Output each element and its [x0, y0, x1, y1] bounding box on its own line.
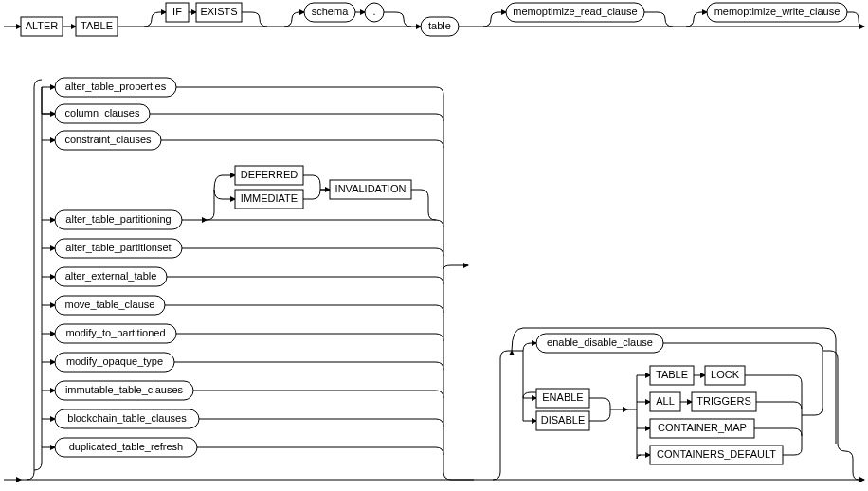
- label-movetbl: move_table_clause: [65, 299, 155, 310]
- label-memopt-read: memoptimize_read_clause: [513, 6, 637, 17]
- label-lock: LOCK: [711, 369, 740, 380]
- label-modpart: modify_to_partitioned: [65, 327, 165, 338]
- label-enable: ENABLE: [542, 391, 583, 403]
- enable-disable-block: enable_disable_clause ENABLE DISABLE TAB…: [474, 328, 864, 480]
- label-modopq: modify_opaque_type: [66, 355, 163, 367]
- label-schema: schema: [312, 6, 349, 17]
- label-cdef: CONTAINERS_DEFAULT: [657, 448, 776, 460]
- label-colclauses: column_clauses: [65, 107, 140, 118]
- label-immtbl: immutable_table_clauses: [65, 384, 184, 395]
- label-atpart: alter_table_partitioning: [65, 213, 171, 225]
- label-table-nt: table: [428, 20, 451, 31]
- label-disable: DISABLE: [541, 414, 585, 426]
- label-table-ed: TABLE: [656, 369, 688, 380]
- label-dup: duplicated_table_refresh: [69, 441, 183, 452]
- label-edc: enable_disable_clause: [547, 336, 653, 348]
- label-immediate: IMMEDIATE: [241, 192, 298, 204]
- label-blockchain: blockchain_table_clauses: [67, 412, 187, 424]
- label-alter: ALTER: [26, 20, 59, 31]
- label-if: IF: [172, 6, 182, 17]
- label-exists: EXISTS: [200, 6, 237, 17]
- label-invalidation: INVALIDATION: [335, 183, 407, 194]
- label-cmap: CONTAINER_MAP: [658, 422, 747, 433]
- label-atprops: alter_table_properties: [65, 81, 167, 92]
- label-memopt-write: memoptimize_write_clause: [714, 6, 841, 17]
- top-row: ALTER TABLE IF EXISTS schema . table mem…: [4, 3, 864, 36]
- label-table: TABLE: [81, 20, 113, 31]
- label-all: ALL: [656, 395, 675, 407]
- label-aext: alter_external_table: [65, 270, 157, 282]
- clause-stack: alter_table_properties column_clauses co…: [4, 78, 474, 480]
- label-dot: .: [372, 6, 375, 17]
- label-deferred: DEFERRED: [241, 169, 298, 180]
- label-triggers: TRIGGERS: [696, 395, 750, 407]
- label-atpartset: alter_table_partitionset: [65, 242, 171, 253]
- label-constrclauses: constraint_clauses: [64, 134, 152, 145]
